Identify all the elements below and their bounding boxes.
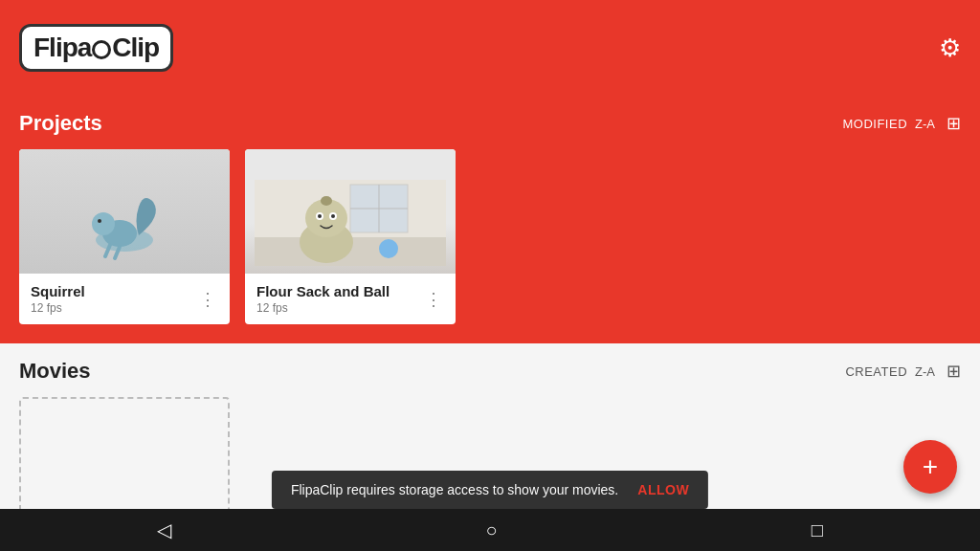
movies-title: Movies [19,359,91,384]
movies-view-toggle[interactable]: ⊞ [947,361,961,382]
logo-text: FlipaClip [33,33,159,62]
projects-sort-controls: MODIFIED Z-A ⊞ [842,113,961,134]
add-button[interactable]: + [903,440,957,494]
svg-point-5 [98,219,101,223]
project-card-flour[interactable]: Flour Sack and Ball 12 fps ⋮ [245,149,456,324]
svg-point-16 [331,214,335,218]
back-nav-icon[interactable]: ◁ [157,518,171,541]
bottom-nav: ◁ ○ □ [0,509,980,551]
logo: FlipaClip [19,24,173,72]
project-card-squirrel[interactable]: Squirrel 12 fps ⋮ [19,149,230,324]
squirrel-name: Squirrel [31,283,85,299]
flour-more-button[interactable]: ⋮ [421,285,446,314]
movies-header: Movies CREATED Z-A ⊞ [19,359,961,384]
flour-thumbnail [245,149,456,274]
squirrel-thumbnail [19,149,230,274]
squirrel-more-button[interactable]: ⋮ [195,285,220,314]
snackbar-allow-button[interactable]: ALLOW [637,482,689,497]
svg-point-17 [321,196,332,206]
empty-movie-placeholder [19,397,230,521]
movies-sort-controls: CREATED Z-A ⊞ [845,361,961,382]
projects-header: Projects MODIFIED Z-A ⊞ [19,111,961,136]
snackbar: FlipaClip requires storage access to sho… [272,471,708,509]
recent-nav-icon[interactable]: □ [812,519,823,541]
projects-title: Projects [19,111,102,136]
projects-view-toggle[interactable]: ⊞ [947,113,961,134]
header: FlipaClip ⚙ [0,0,980,96]
squirrel-info: Squirrel 12 fps ⋮ [19,274,230,324]
settings-icon[interactable]: ⚙ [939,33,961,63]
snackbar-message: FlipaClip requires storage access to sho… [291,482,618,497]
flour-fps: 12 fps [256,301,390,315]
flour-name: Flour Sack and Ball [256,283,390,299]
projects-grid: Squirrel 12 fps ⋮ [19,149,961,324]
movies-sort-label[interactable]: CREATED [845,364,907,379]
projects-sort-label[interactable]: MODIFIED [842,117,907,131]
projects-section: Projects MODIFIED Z-A ⊞ [0,96,980,343]
svg-point-18 [379,239,398,258]
svg-point-2 [92,212,115,235]
flour-info: Flour Sack and Ball 12 fps ⋮ [245,274,456,324]
squirrel-fps: 12 fps [31,301,85,315]
movies-sort-direction[interactable]: Z-A [915,364,935,379]
svg-point-15 [318,214,322,218]
home-nav-icon[interactable]: ○ [485,519,497,541]
projects-sort-direction[interactable]: Z-A [915,117,935,131]
